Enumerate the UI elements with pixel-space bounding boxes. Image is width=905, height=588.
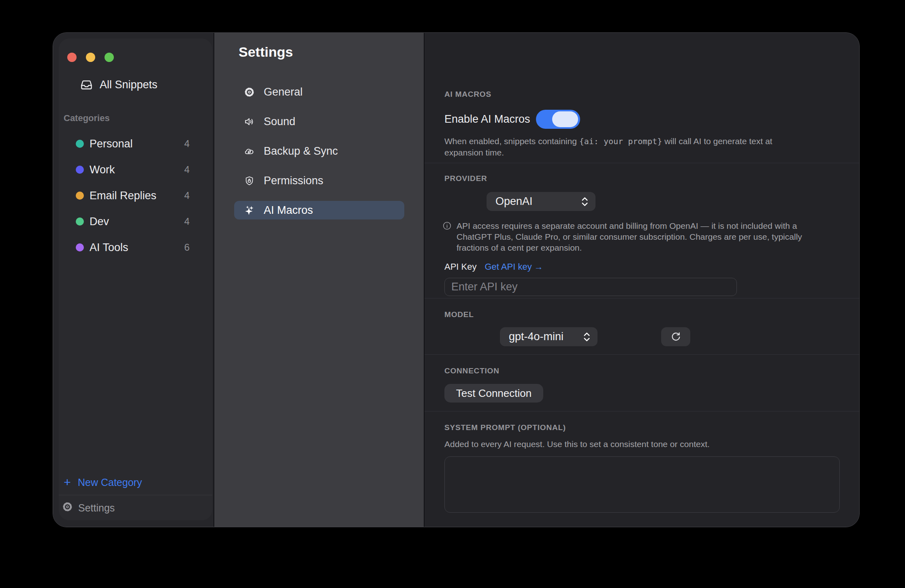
category-color-dot bbox=[76, 243, 84, 251]
ai-macros-description: When enabled, snippets containing {ai: y… bbox=[444, 136, 803, 158]
all-snippets-label: All Snippets bbox=[100, 79, 158, 91]
category-count: 6 bbox=[184, 242, 190, 253]
ai-macros-header: AI MACROS bbox=[444, 90, 846, 99]
category-color-dot bbox=[76, 192, 84, 200]
category-count: 4 bbox=[184, 164, 190, 175]
shield-lock-icon bbox=[244, 175, 255, 186]
tab-general[interactable]: General bbox=[234, 83, 404, 101]
api-key-input[interactable] bbox=[444, 278, 737, 296]
category-color-dot bbox=[76, 140, 84, 148]
section-system-prompt: SYSTEM PROMPT (OPTIONAL) Added to every … bbox=[425, 411, 859, 527]
tab-label: General bbox=[264, 86, 303, 98]
gear-icon bbox=[62, 501, 73, 515]
section-ai-macros: AI MACROS Enable AI Macros When enabled,… bbox=[425, 33, 859, 163]
tab-label: Permissions bbox=[264, 175, 323, 187]
api-key-row: API Key Get API key → bbox=[444, 262, 846, 272]
model-header: MODEL bbox=[444, 310, 846, 319]
connection-header: CONNECTION bbox=[444, 366, 846, 375]
tab-label: AI Macros bbox=[264, 204, 313, 217]
api-key-label: API Key bbox=[444, 262, 476, 272]
new-category-label: New Category bbox=[78, 477, 142, 488]
chevron-up-down-icon bbox=[583, 331, 591, 343]
sidebar-item-personal[interactable]: Personal 4 bbox=[59, 131, 212, 157]
provider-header: PROVIDER bbox=[444, 174, 846, 183]
refresh-icon bbox=[670, 331, 682, 343]
categories-list: Personal 4 Work 4 Email Replies 4 Dev 4 bbox=[59, 131, 212, 260]
description-code: {ai: your prompt} bbox=[579, 136, 662, 146]
enable-ai-macros-label: Enable AI Macros bbox=[444, 113, 530, 126]
zoom-button[interactable] bbox=[105, 53, 114, 62]
model-select[interactable]: gpt-4o-mini bbox=[500, 327, 598, 346]
refresh-models-button[interactable] bbox=[661, 327, 690, 346]
speaker-icon bbox=[244, 116, 255, 127]
ai-macros-pane: AI MACROS Enable AI Macros When enabled,… bbox=[425, 33, 859, 527]
tab-ai-macros[interactable]: AI Macros bbox=[234, 201, 404, 219]
test-connection-button[interactable]: Test Connection bbox=[444, 384, 543, 403]
model-row: gpt-4o-mini bbox=[444, 327, 846, 346]
plus-icon: + bbox=[62, 476, 73, 488]
sparkles-icon bbox=[244, 205, 255, 216]
model-selected-value: gpt-4o-mini bbox=[509, 330, 563, 343]
sidebar-item-ai-tools[interactable]: AI Tools 6 bbox=[59, 234, 212, 260]
category-color-dot bbox=[76, 217, 84, 226]
tray-icon bbox=[80, 78, 93, 92]
category-count: 4 bbox=[184, 190, 190, 201]
section-connection: CONNECTION Test Connection bbox=[425, 355, 859, 411]
sidebar-item-dev[interactable]: Dev 4 bbox=[59, 209, 212, 234]
app-window: All Snippets Categories Personal 4 Work … bbox=[53, 32, 860, 527]
sidebar-settings-label: Settings bbox=[78, 502, 115, 514]
category-count: 4 bbox=[184, 216, 190, 227]
category-name: Email Replies bbox=[90, 190, 156, 202]
provider-select[interactable]: OpenAI bbox=[487, 192, 596, 211]
sidebar-panel: All Snippets Categories Personal 4 Work … bbox=[59, 38, 212, 520]
enable-ai-macros-toggle[interactable] bbox=[536, 110, 580, 129]
description-text: When enabled, snippets containing bbox=[444, 136, 579, 146]
sidebar-column: All Snippets Categories Personal 4 Work … bbox=[53, 33, 213, 527]
section-provider: PROVIDER OpenAI API access requires a se… bbox=[425, 163, 859, 298]
categories-header: Categories bbox=[59, 113, 212, 124]
enable-ai-macros-row: Enable AI Macros bbox=[444, 110, 846, 129]
system-prompt-textarea[interactable] bbox=[444, 456, 840, 513]
settings-nav-list: General Sound bbox=[214, 83, 424, 227]
tab-permissions[interactable]: Permissions bbox=[234, 171, 404, 190]
info-icon bbox=[442, 221, 452, 253]
gear-icon bbox=[244, 87, 255, 98]
provider-info-text: API access requires a separate account a… bbox=[457, 220, 815, 253]
cloud-sync-icon bbox=[244, 146, 255, 157]
minimize-button[interactable] bbox=[86, 53, 95, 62]
category-name: Work bbox=[90, 164, 115, 176]
system-prompt-description: Added to every AI request. Use this to s… bbox=[444, 439, 846, 450]
provider-selected-value: OpenAI bbox=[495, 195, 533, 208]
category-color-dot bbox=[76, 166, 84, 174]
settings-title: Settings bbox=[214, 33, 424, 60]
get-api-key-link[interactable]: Get API key → bbox=[485, 262, 543, 272]
provider-info-note: API access requires a separate account a… bbox=[442, 220, 846, 253]
sidebar-item-email-replies[interactable]: Email Replies 4 bbox=[59, 183, 212, 209]
sidebar-item-work[interactable]: Work 4 bbox=[59, 157, 212, 183]
category-name: Dev bbox=[90, 215, 109, 228]
tab-label: Backup & Sync bbox=[264, 145, 338, 158]
tab-label: Sound bbox=[264, 115, 295, 128]
traffic-lights bbox=[67, 53, 114, 62]
sidebar-footer: + New Category Settings bbox=[59, 470, 212, 520]
new-category-button[interactable]: + New Category bbox=[59, 470, 212, 495]
category-name: AI Tools bbox=[90, 241, 128, 254]
section-model: MODEL gpt-4o-mini bbox=[425, 298, 859, 355]
chevron-up-down-icon bbox=[581, 196, 589, 208]
toggle-knob bbox=[552, 111, 578, 127]
tab-sound[interactable]: Sound bbox=[234, 112, 404, 131]
sidebar-item-all-snippets[interactable]: All Snippets bbox=[59, 74, 212, 95]
category-count: 4 bbox=[184, 138, 190, 149]
system-prompt-header: SYSTEM PROMPT (OPTIONAL) bbox=[444, 423, 846, 432]
category-name: Personal bbox=[90, 138, 133, 150]
close-button[interactable] bbox=[67, 53, 77, 62]
tab-backup-sync[interactable]: Backup & Sync bbox=[234, 142, 404, 160]
sidebar-settings-button[interactable]: Settings bbox=[59, 495, 212, 520]
settings-nav-column: Settings General bbox=[213, 33, 425, 527]
